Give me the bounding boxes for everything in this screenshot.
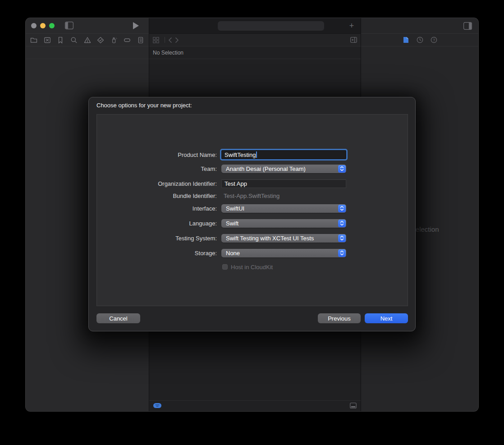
issue-navigator-icon[interactable] [83,36,92,44]
file-inspector-icon[interactable] [402,37,409,44]
history-inspector-icon[interactable] [416,37,423,44]
product-name-field[interactable]: SwiftTesting [221,150,346,159]
add-editor-icon[interactable] [350,37,357,43]
debug-area-toggle-icon[interactable] [350,403,357,408]
breakpoint-navigator-icon[interactable] [123,36,131,44]
zoom-button[interactable] [49,23,55,28]
close-button[interactable] [31,23,37,28]
inspector-titlebar [361,18,478,34]
language-popup[interactable]: Swift [221,219,346,228]
inspector-tab-bar: ? [361,34,478,46]
testing-system-popup[interactable]: Swift Testing with XCTest UI Tests [221,234,346,243]
host-in-cloudkit-checkbox [222,264,228,270]
storage-label: Storage: [97,250,217,257]
host-in-cloudkit-label: Host in CloudKit [231,264,273,271]
organization-identifier-row: Organization Identifier: Test App [97,178,408,189]
editor-bottom-bar [149,400,361,410]
dialog-form-panel: Product Name: SwiftTesting Team: Ananth … [96,114,408,306]
team-row: Team: Ananth Desai (Personal Team) [97,163,408,174]
find-navigator-icon[interactable] [70,36,78,44]
testing-system-value: Swift Testing with XCTest UI Tests [226,235,314,242]
svg-text:?: ? [433,38,435,42]
popup-chevrons-icon [338,249,346,257]
product-name-label: Product Name: [97,151,217,158]
interface-value: SwiftUI [226,205,244,212]
related-items-icon[interactable] [153,37,159,43]
activity-viewer [218,21,324,31]
language-row: Language: Swift [97,218,408,229]
source-control-navigator-icon[interactable] [43,36,51,44]
team-label: Team: [97,165,217,172]
bundle-identifier-row: Bundle Identifier: Test-App.SwiftTesting [97,190,408,201]
debug-navigator-icon[interactable] [110,36,118,44]
text-cursor [256,151,257,158]
storage-popup[interactable]: None [221,249,346,257]
testing-system-label: Testing System: [97,235,217,242]
interface-popup[interactable]: SwiftUI [221,204,346,213]
dialog-title: Choose options for your new project: [96,102,192,109]
organization-identifier-field[interactable]: Test App [221,179,346,188]
minimize-button[interactable] [40,23,46,28]
popup-chevrons-icon [338,205,346,212]
language-value: Swift [226,220,238,227]
language-label: Language: [97,220,217,227]
toggle-inspector-icon[interactable] [463,22,472,30]
organization-identifier-label: Organization Identifier: [97,180,217,187]
cancel-button[interactable]: Cancel [96,313,140,323]
interface-label: Interface: [97,205,217,212]
popup-chevrons-icon [338,234,346,242]
bundle-identifier-value: Test-App.SwiftTesting [224,193,279,199]
popup-chevrons-icon [338,165,346,173]
bundle-identifier-label: Bundle Identifier: [97,193,217,199]
team-value: Ananth Desai (Personal Team) [226,165,306,172]
storage-row: Storage: None [97,248,408,258]
report-navigator-icon[interactable] [137,36,145,44]
product-name-value: SwiftTesting [225,151,256,158]
testing-system-row: Testing System: Swift Testing with XCTes… [97,233,408,243]
bookmark-navigator-icon[interactable] [56,36,64,44]
organization-identifier-value: Test App [225,180,247,187]
window-controls [31,23,55,28]
toggle-navigator-icon[interactable] [65,22,73,29]
jump-bar-separator [165,37,165,43]
back-chevron-icon[interactable] [168,37,172,43]
product-name-row: Product Name: SwiftTesting [97,149,408,160]
new-project-options-dialog: Choose options for your new project: Pro… [88,97,416,331]
interface-row: Interface: SwiftUI [97,203,408,214]
team-popup[interactable]: Ananth Desai (Personal Team) [221,165,346,173]
popup-chevrons-icon [338,220,346,227]
storage-value: None [226,250,240,257]
filter-icon[interactable] [153,403,161,408]
test-navigator-icon[interactable] [96,36,105,44]
previous-button[interactable]: Previous [318,313,361,323]
editor-jump-bar [149,34,361,46]
quick-help-inspector-icon[interactable]: ? [430,37,437,44]
run-button[interactable] [133,22,139,29]
navigator-tab-bar [26,34,149,46]
editor-no-selection-row: No Selection [149,46,361,59]
next-button[interactable]: Next [365,313,408,323]
host-in-cloudkit-row: Host in CloudKit [97,261,408,272]
library-add-button[interactable]: + [347,20,356,32]
editor-no-selection-label: No Selection [153,50,183,56]
navigator-empty-row [26,46,149,59]
navigator-titlebar [26,18,149,34]
project-navigator-icon[interactable] [30,36,38,44]
editor-toolbar: + [149,18,361,34]
forward-chevron-icon[interactable] [175,37,179,43]
